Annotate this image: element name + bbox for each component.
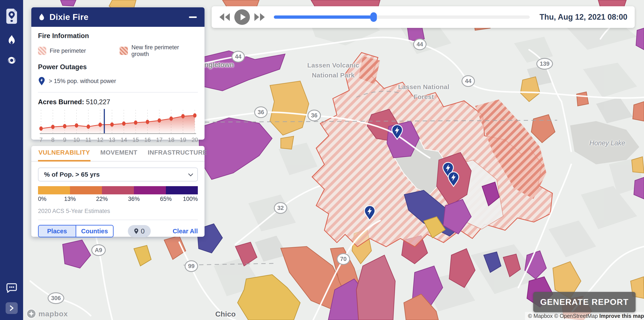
chevron-down-icon bbox=[188, 172, 193, 177]
analysis-panel: VULNERABILITYMOVEMENTINFRASTRUCTURE % of… bbox=[31, 146, 204, 237]
attribution-text: © Mapbox © OpenStreetMap bbox=[528, 313, 599, 319]
svg-text:8: 8 bbox=[51, 137, 54, 143]
fire-detail-panel: Dixie Fire Fire Information Fire perimet… bbox=[31, 7, 204, 140]
timeline-bar: Thu, Aug 12, 2021 08:00 bbox=[212, 6, 635, 28]
acres-burned-chart: 7891011121314151617181920 bbox=[38, 108, 198, 145]
outage-pin-icon bbox=[38, 77, 45, 86]
acres-burned-value: 510,227 bbox=[86, 98, 110, 106]
scale-label: 22% bbox=[96, 196, 108, 202]
scale-label: 65% bbox=[160, 196, 172, 202]
scale-label: 0% bbox=[38, 196, 46, 202]
time-slider[interactable] bbox=[274, 12, 530, 22]
svg-text:9: 9 bbox=[63, 137, 66, 143]
feedback-chat-icon[interactable] bbox=[6, 283, 17, 293]
divider bbox=[38, 220, 198, 220]
scale-segment bbox=[38, 186, 70, 194]
clear-all-button[interactable]: Clear All bbox=[172, 228, 198, 235]
mapbox-wordmark: mapbox bbox=[38, 310, 68, 318]
scale-label: 36% bbox=[128, 196, 140, 202]
divider bbox=[38, 92, 198, 93]
mapbox-attribution-logo[interactable]: mapbox bbox=[26, 309, 68, 319]
power-outage-pin[interactable] bbox=[363, 205, 376, 222]
svg-text:10: 10 bbox=[73, 137, 80, 143]
scale-label: 100% bbox=[183, 196, 198, 202]
minimize-panel-button[interactable] bbox=[188, 12, 198, 22]
scale-color-bar bbox=[38, 186, 198, 194]
tab-infrastructure[interactable]: INFRASTRUCTURE bbox=[147, 149, 207, 162]
boundary-button-counties[interactable]: Counties bbox=[76, 226, 113, 237]
play-button[interactable] bbox=[234, 9, 250, 25]
svg-text:19: 19 bbox=[180, 137, 186, 143]
pin-icon bbox=[134, 228, 139, 234]
selected-pin-count[interactable]: 0 bbox=[128, 225, 151, 237]
fire-information-heading: Fire Information bbox=[38, 32, 198, 40]
time-slider-handle[interactable] bbox=[370, 12, 377, 22]
legend-label: New fire perimeter growth bbox=[131, 44, 198, 58]
scale-label: 13% bbox=[64, 196, 76, 202]
tab-movement[interactable]: MOVEMENT bbox=[100, 149, 138, 162]
wildfire-icon[interactable] bbox=[6, 35, 17, 46]
rewind-button[interactable] bbox=[219, 13, 230, 21]
tab-vulnerability[interactable]: VULNERABILITY bbox=[38, 149, 90, 162]
power-outage-pin[interactable] bbox=[390, 124, 404, 141]
fire-legend-item: New fire perimeter growth bbox=[120, 44, 198, 58]
scale-labels: 0%13%22%36%65%100% bbox=[38, 196, 198, 204]
fire-growth-swatch bbox=[120, 47, 128, 55]
fire-panel-header: Dixie Fire bbox=[31, 7, 204, 27]
map-attribution[interactable]: © Mapbox © OpenStreetMap Improve this ma… bbox=[525, 312, 644, 320]
power-outages-heading: Power Outages bbox=[38, 63, 198, 71]
svg-text:14: 14 bbox=[120, 137, 127, 143]
legend-label: Fire perimeter bbox=[50, 48, 86, 54]
svg-text:11: 11 bbox=[85, 137, 91, 143]
fast-forward-button[interactable] bbox=[254, 13, 265, 21]
fire-title: Dixie Fire bbox=[50, 12, 88, 22]
svg-text:7: 7 bbox=[39, 137, 42, 143]
boundary-button-places[interactable]: Places bbox=[39, 226, 76, 237]
svg-text:13: 13 bbox=[109, 137, 115, 143]
pin-count-value: 0 bbox=[141, 227, 145, 235]
outage-legend-item: > 15% pop. without power bbox=[38, 77, 198, 86]
flame-icon bbox=[38, 13, 46, 21]
fire-perimeter-swatch bbox=[38, 47, 46, 55]
svg-text:18: 18 bbox=[168, 137, 174, 143]
improve-map-link[interactable]: Improve this map bbox=[599, 313, 644, 319]
fire-legend: Fire perimeter New fire perimeter growth bbox=[38, 44, 198, 58]
analysis-tabs: VULNERABILITYMOVEMENTINFRASTRUCTURE bbox=[31, 146, 204, 162]
boundary-actions-row: PlacesCounties 0 Clear All bbox=[38, 225, 198, 237]
choropleth-scale: 0%13%22%36%65%100% bbox=[38, 186, 198, 204]
svg-text:15: 15 bbox=[132, 137, 139, 143]
app-logo-icon[interactable] bbox=[6, 9, 18, 25]
power-outage-pin[interactable] bbox=[447, 172, 460, 188]
mapbox-logo-icon bbox=[26, 309, 36, 319]
metric-select-value: % of Pop. > 65 yrs bbox=[44, 171, 100, 178]
svg-text:16: 16 bbox=[144, 137, 151, 143]
acres-burned-line: Acres Burned: 510,227 bbox=[38, 98, 198, 106]
outage-legend-label: > 15% pop. without power bbox=[49, 78, 116, 85]
metric-select[interactable]: % of Pop. > 65 yrs bbox=[38, 168, 198, 181]
data-source-note: 2020 ACS 5-Year Estimates bbox=[38, 208, 198, 215]
scale-segment bbox=[166, 186, 198, 194]
svg-text:20: 20 bbox=[192, 137, 198, 143]
timeline-datetime: Thu, Aug 12, 2021 08:00 bbox=[540, 13, 627, 22]
boundary-toggle: PlacesCounties bbox=[38, 225, 114, 237]
app-sidebar bbox=[0, 0, 23, 320]
hurricane-icon[interactable] bbox=[6, 55, 17, 66]
svg-text:12: 12 bbox=[97, 137, 104, 143]
fire-legend-item: Fire perimeter bbox=[38, 44, 120, 58]
scale-segment bbox=[70, 186, 102, 194]
time-slider-fill bbox=[274, 16, 374, 19]
scale-segment bbox=[134, 186, 166, 194]
svg-text:17: 17 bbox=[156, 137, 162, 143]
acres-burned-label: Acres Burned: bbox=[38, 98, 84, 106]
generate-report-button[interactable]: GENERATE REPORT bbox=[533, 292, 636, 312]
expand-sidebar-icon[interactable] bbox=[6, 302, 18, 314]
scale-segment bbox=[102, 186, 134, 194]
